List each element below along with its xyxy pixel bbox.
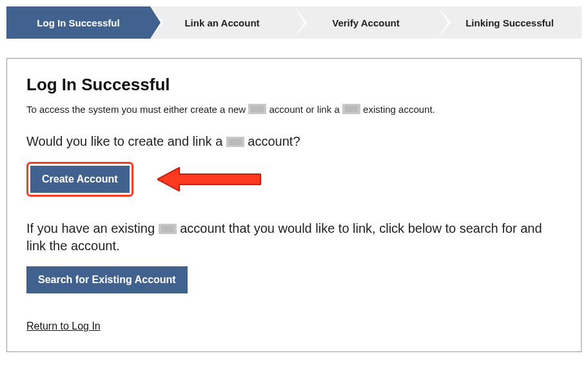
step-label: Link an Account bbox=[184, 17, 259, 28]
intro-text: To access the system you must either cre… bbox=[26, 104, 562, 115]
main-panel: Log In Successful To access the system y… bbox=[6, 58, 582, 352]
redacted-icon bbox=[159, 224, 177, 234]
step-login-successful: Log In Successful bbox=[6, 6, 150, 39]
annotation-arrow-icon bbox=[157, 166, 267, 192]
page-title: Log In Successful bbox=[26, 75, 562, 95]
existing-account-text: If you have an existing account that you… bbox=[26, 220, 562, 255]
create-account-button[interactable]: Create Account bbox=[30, 166, 130, 193]
search-existing-account-button[interactable]: Search for Existing Account bbox=[26, 266, 188, 293]
redacted-icon bbox=[226, 137, 244, 147]
create-account-question: Would you like to create and link a acco… bbox=[26, 133, 562, 150]
step-linking-successful: Linking Successful bbox=[438, 6, 582, 39]
step-label: Linking Successful bbox=[466, 17, 554, 28]
step-label: Verify Account bbox=[332, 17, 399, 28]
svg-marker-0 bbox=[157, 168, 260, 191]
progress-stepper: Log In Successful Link an Account Verify… bbox=[6, 6, 582, 39]
step-label: Log In Successful bbox=[37, 17, 119, 28]
step-link-account: Link an Account bbox=[150, 6, 294, 39]
create-account-highlight: Create Account bbox=[26, 162, 133, 197]
redacted-icon bbox=[248, 104, 266, 114]
redacted-icon bbox=[342, 104, 360, 114]
return-to-login-link[interactable]: Return to Log In bbox=[26, 321, 101, 331]
step-verify-account: Verify Account bbox=[294, 6, 438, 39]
